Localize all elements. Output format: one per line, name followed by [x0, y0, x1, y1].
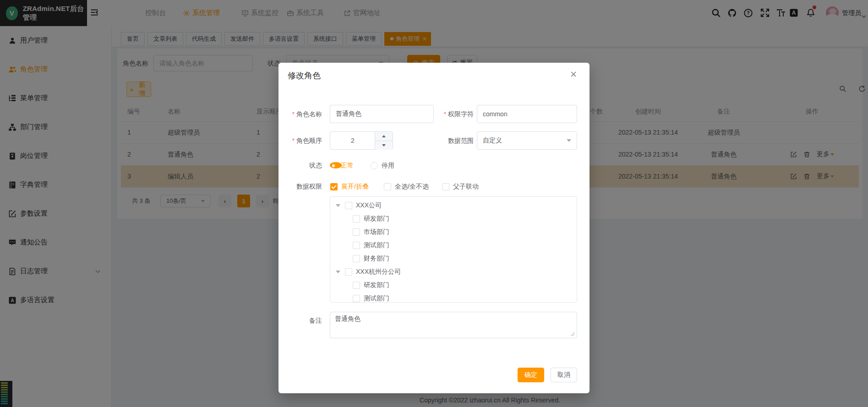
role-name-input[interactable]	[330, 105, 434, 123]
tree-node-checkbox[interactable]	[345, 202, 352, 209]
tree-node-checkbox[interactable]	[353, 295, 360, 302]
stepper-down-button[interactable]	[375, 141, 393, 150]
remark-textarea[interactable]: 普通角色	[330, 312, 577, 338]
select-all-label[interactable]: 全选/全不选	[395, 178, 429, 195]
select-caret-icon	[567, 139, 571, 142]
data-scope-select[interactable]: 自定义	[477, 131, 577, 150]
role-order-stepper[interactable]: 2	[330, 131, 393, 150]
role-name-label: 角色名称	[278, 105, 322, 123]
parent-child-link-label[interactable]: 父子联动	[453, 178, 479, 195]
status-normal-label[interactable]: 正常	[341, 157, 354, 174]
tree-node-checkbox[interactable]	[353, 215, 360, 222]
status-label: 状态	[278, 157, 322, 174]
textarea-resize-handle[interactable]	[570, 332, 575, 336]
tree-node-dept[interactable]: 测试部门	[330, 292, 577, 303]
status-normal-radio[interactable]	[330, 162, 342, 168]
tree-node-checkbox[interactable]	[353, 255, 360, 262]
caret-down-icon	[382, 144, 386, 147]
role-order-label: 角色顺序	[278, 131, 322, 150]
tree-node-dept[interactable]: 研发部门	[330, 212, 577, 225]
select-all-checkbox[interactable]	[384, 183, 391, 190]
page: V ZRAdmin.NET后台管理 控制台 系统管理 系统监控 系统工具 官网地…	[0, 0, 868, 407]
tree-node-checkbox[interactable]	[353, 242, 360, 249]
expand-collapse-label[interactable]: 展开/折叠	[341, 178, 369, 195]
remark-label: 备注	[278, 316, 322, 325]
stepper-controls	[375, 132, 393, 149]
edit-role-dialog: 修改角色 ✕ 角色名称 权限字符 角色顺序 2 数据范围 自定义 状态 正常 停…	[278, 63, 590, 393]
expand-collapse-checkbox[interactable]	[330, 183, 338, 190]
dialog-close-icon[interactable]: ✕	[570, 70, 577, 79]
data-permission-label: 数据权限	[278, 178, 322, 195]
tree-expand-caret-icon[interactable]	[336, 204, 340, 207]
dialog-title: 修改角色	[288, 70, 321, 81]
caret-up-icon	[382, 135, 386, 137]
tree-node-checkbox[interactable]	[345, 268, 352, 276]
tree-node-dept[interactable]: 研发部门	[330, 278, 577, 292]
role-key-label: 权限字符	[430, 105, 474, 123]
department-tree: XXX公司 研发部门 市场部门 测试部门 财务部门 XXX杭州分公司	[330, 196, 577, 303]
tree-node-dept[interactable]: 测试部门	[330, 239, 577, 252]
tree-expand-caret-icon[interactable]	[336, 271, 340, 273]
data-scope-label: 数据范围	[430, 131, 474, 150]
tree-node-branch-company[interactable]: XXX杭州分公司	[330, 265, 577, 278]
parent-child-link-checkbox[interactable]	[442, 183, 449, 190]
status-disabled-radio[interactable]	[371, 162, 378, 169]
tree-node-company[interactable]: XXX公司	[330, 199, 577, 212]
confirm-button[interactable]: 确定	[518, 368, 544, 382]
tree-node-checkbox[interactable]	[353, 228, 360, 236]
cancel-button[interactable]: 取消	[551, 368, 577, 382]
tree-node-checkbox[interactable]	[353, 282, 360, 289]
tree-node-dept[interactable]: 财务部门	[330, 252, 577, 265]
stepper-up-button[interactable]	[375, 132, 393, 141]
tree-node-dept[interactable]: 市场部门	[330, 225, 577, 239]
role-key-input[interactable]	[477, 105, 577, 123]
status-disabled-label[interactable]: 停用	[382, 157, 394, 174]
role-order-value: 2	[330, 132, 375, 149]
